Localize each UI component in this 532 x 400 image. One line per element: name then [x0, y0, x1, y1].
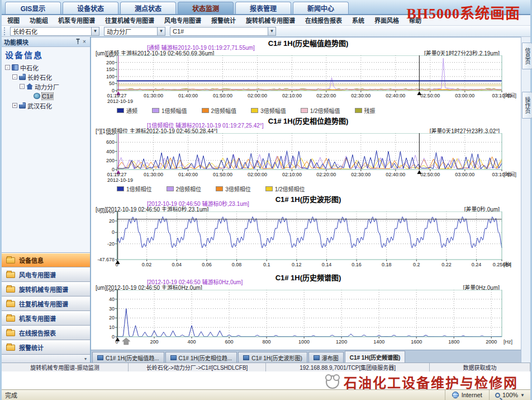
pin-icon[interactable] [74, 39, 81, 45]
sidebar-item-旋转机械专用图谱[interactable]: 旋转机械专用图谱 [2, 282, 90, 297]
security-zone[interactable]: Internet [445, 390, 489, 400]
toolbar-combo-0[interactable]: 长岭石化▼ [10, 27, 99, 36]
menu-item-往复机械专用图谱[interactable]: 往复机械专用图谱 [105, 16, 154, 25]
toolbar-combo-2[interactable]: C1#▼ [170, 27, 276, 36]
right-tab-操作页[interactable]: 操作页 [522, 92, 532, 119]
legend-swatch [152, 108, 159, 113]
chevron-down-icon[interactable]: ▼ [157, 27, 165, 35]
svg-text:[时间]: [时间] [504, 171, 516, 177]
svg-text:800: 800 [263, 339, 271, 345]
menu-item-视图[interactable]: 视图 [7, 16, 20, 25]
svg-text:02:40:00: 02:40:00 [386, 172, 405, 177]
tree-expander-icon[interactable]: - [12, 74, 17, 79]
device-icon [34, 93, 40, 99]
svg-text:01:30:00: 01:30:00 [144, 172, 163, 177]
tree-node-C1#[interactable]: C1# [2, 91, 90, 101]
svg-text:1400: 1400 [373, 339, 384, 345]
svg-text:02:40:00: 02:40:00 [386, 93, 405, 98]
chart-tab-C1# 1H(历史相位趋...[interactable]: C1# 1H(历史相位趋... [165, 352, 238, 363]
magnifier-icon [495, 393, 500, 398]
tree-node-长岭石化[interactable]: -长岭石化 [2, 72, 90, 82]
svg-text:01:50:00: 01:50:00 [213, 172, 232, 177]
nav-collapse-strip[interactable]: ▾ [2, 355, 90, 363]
plot-svg[interactable]: 36.705200-20-47.67800.020.040.060.080.10… [91, 211, 521, 271]
sidebar-item-报警统计[interactable]: 报警统计 [2, 340, 90, 355]
right-tab-信息页[interactable]: 信息页 [522, 43, 532, 69]
svg-text:1000: 1000 [298, 339, 310, 345]
chart-tab-C1# 1H(历史幅值趋...[interactable]: C1# 1H(历史幅值趋... [92, 352, 164, 363]
svg-text:30: 30 [109, 306, 115, 312]
menu-item-在线报告报表[interactable]: 在线报告报表 [305, 16, 342, 25]
chevron-down-icon[interactable]: ▼ [91, 27, 99, 35]
sidebar-item-在线报告报表[interactable]: 在线报告报表 [2, 326, 90, 340]
legend-label: 2倍频幅值 [211, 106, 237, 115]
tree-expander-icon[interactable]: - [20, 84, 25, 89]
chart-0: C1# 1H(历史幅值趋势图)[通频 辅游标2012-10-19 01:19:2… [91, 37, 521, 115]
menu-item-风电专用图谱[interactable]: 风电专用图谱 [164, 16, 201, 25]
svg-text:02:10:00: 02:10:00 [282, 172, 302, 177]
chart-legend: 1倍频相位2倍频相位3倍频相位1/2倍频相位 [117, 185, 305, 193]
svg-text:200: 200 [106, 158, 115, 163]
legend-item: 通频 [117, 106, 137, 115]
close-icon[interactable]: × [81, 39, 88, 45]
svg-text:-20: -20 [107, 241, 115, 247]
menu-item-报警统计[interactable]: 报警统计 [211, 16, 236, 25]
svg-text:0: 0 [112, 229, 115, 235]
zoom-caret-icon: ▼ [520, 393, 525, 398]
combo-value: C1# [170, 28, 268, 35]
top-tab-状态监测[interactable]: 状态监测 [178, 2, 234, 14]
chart-tab-C1# 1H(历史频谱图)[interactable]: C1# 1H(历史频谱图) [345, 351, 406, 363]
nav-button-label: 旋转机械专用图谱 [19, 285, 68, 294]
svg-text:01:40:00: 01:40:00 [178, 172, 198, 177]
toolbar: 长岭石化▼动力分厂▼C1#▼ [2, 26, 530, 37]
svg-text:200: 200 [106, 60, 115, 65]
svg-text:50: 50 [109, 290, 115, 293]
svg-text:03:00:00: 03:00:00 [455, 93, 474, 98]
browser-zoom-control[interactable]: 100% ▼ [489, 390, 530, 400]
svg-text:02:00:00: 02:00:00 [248, 172, 267, 177]
status-segment-0: 旋转机械专用图谱-振动监测 [2, 363, 129, 371]
sidebar-item-风电专用图谱[interactable]: 风电专用图谱 [2, 267, 90, 282]
svg-text:02:20:00: 02:20:00 [316, 172, 336, 177]
menu-item-界面风格[interactable]: 界面风格 [374, 16, 399, 25]
top-tab-新闻中心[interactable]: 新闻中心 [293, 2, 349, 14]
sidebar-item-往复机械专用图谱[interactable]: 往复机械专用图谱 [2, 297, 90, 311]
legend-swatch [355, 108, 362, 113]
svg-text:10: 10 [109, 324, 115, 330]
chart-tab-label: 瀑布图 [322, 354, 339, 362]
menu-item-机泵专用图谱[interactable]: 机泵专用图谱 [58, 16, 95, 25]
chart-tab-C1# 1H(历史波形图)[interactable]: C1# 1H(历史波形图) [238, 352, 307, 363]
plot-svg[interactable]: 05010015020025001:19:272012-10-1901:30:0… [91, 55, 521, 107]
tree-expander-icon[interactable]: - [5, 65, 10, 70]
legend-label: 3倍频幅值 [260, 106, 286, 115]
tree-node-动力分厂[interactable]: -动力分厂 [2, 82, 90, 91]
svg-text:01:50:00: 01:50:00 [213, 93, 232, 98]
menu-item-系统[interactable]: 系统 [352, 16, 364, 25]
menu-item-功能组[interactable]: 功能组 [30, 16, 48, 25]
menu-item-旋转机械专用图谱[interactable]: 旋转机械专用图谱 [246, 16, 295, 25]
top-tab-设备状态[interactable]: 设备状态 [63, 2, 118, 14]
chart-tab-瀑布图[interactable]: 瀑布图 [308, 352, 344, 363]
top-tab-GIS显示[interactable]: GIS显示 [5, 2, 61, 14]
svg-text:400: 400 [106, 149, 115, 154]
plot-svg[interactable]: 0102030405002004006008001000120014001600… [91, 290, 521, 348]
toolbar-combo-1[interactable]: 动力分厂▼ [104, 27, 165, 36]
tree-expander-icon[interactable]: + [12, 103, 17, 108]
toolbar-grip [4, 27, 6, 35]
folder-icon [6, 330, 15, 336]
plot-svg[interactable]: 020040060080001:19:272012-10-1901:30:000… [91, 133, 521, 186]
top-tab-报表管理[interactable]: 报表管理 [235, 2, 291, 14]
sidebar-nav-buttons: 设备信息风电专用图谱旋转机械专用图谱往复机械专用图谱机泵专用图谱在线报告报表报警… [2, 252, 90, 355]
sidebar-item-设备信息[interactable]: 设备信息 [2, 253, 90, 267]
tree-node-中石化[interactable]: -中石化 [2, 63, 90, 72]
svg-text:600: 600 [106, 139, 115, 145]
legend-item: 2倍频幅值 [202, 106, 237, 115]
top-tab-测点状态[interactable]: 测点状态 [120, 2, 176, 14]
svg-text:150: 150 [106, 67, 115, 72]
sidebar-item-机泵专用图谱[interactable]: 机泵专用图谱 [2, 311, 90, 326]
tree-node-武汉石化[interactable]: +武汉石化 [2, 101, 90, 110]
watermark-logo-icon [326, 375, 339, 389]
nav-button-label: 在线报告报表 [19, 328, 56, 337]
plant-icon [19, 74, 26, 80]
chevron-down-icon[interactable]: ▼ [268, 27, 276, 35]
